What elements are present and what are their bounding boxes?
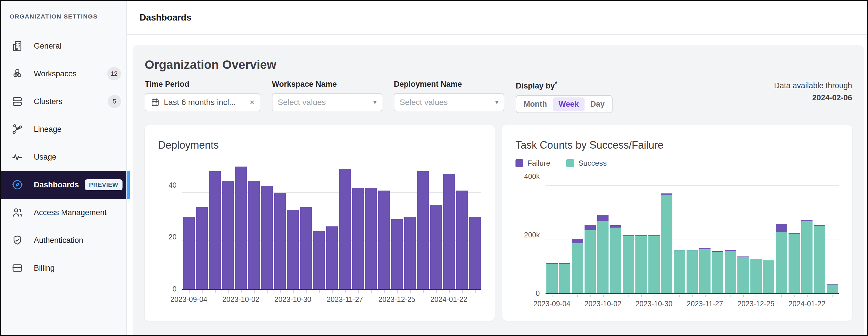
bar-2023-10-30[interactable] (648, 177, 660, 293)
bar-2023-11-13[interactable] (674, 177, 685, 293)
bar-2023-12-18[interactable] (737, 177, 749, 293)
bar-2023-11-20[interactable] (686, 177, 698, 293)
bar-2023-10-02[interactable] (235, 162, 247, 289)
lineage-icon (11, 123, 23, 135)
plot-area (546, 177, 839, 293)
bar-2023-09-25[interactable] (585, 177, 596, 293)
bar-2023-11-27[interactable] (699, 177, 711, 293)
bar-2024-01-08[interactable] (417, 162, 429, 289)
bar-2023-09-04[interactable] (547, 177, 558, 293)
bar-2023-11-20[interactable] (326, 162, 338, 289)
bar-2023-09-11[interactable] (196, 162, 208, 289)
credit-card-icon (11, 262, 23, 274)
y-axis: 02040 (158, 151, 182, 289)
sidebar-item-label: Authentication (34, 236, 83, 245)
bar-segment (597, 215, 609, 221)
bar-2024-01-22[interactable] (443, 162, 455, 289)
bar-segment (674, 250, 685, 293)
time-period-input[interactable]: Last 6 months incl... × (145, 93, 260, 111)
bar-2023-12-25[interactable] (391, 162, 403, 289)
bar-2023-09-18[interactable] (209, 162, 221, 289)
bar-2024-02-05[interactable] (469, 162, 481, 289)
bar-segment (313, 231, 325, 289)
legend-label: Failure (527, 159, 550, 168)
bar-segment (365, 188, 377, 289)
bar-2023-09-25[interactable] (222, 162, 234, 289)
compass-icon (11, 179, 23, 191)
sidebar-item-clusters[interactable]: Clusters5 (1, 88, 126, 115)
bar-2023-10-23[interactable] (274, 162, 286, 289)
workspace-label: Workspace Name (272, 80, 382, 89)
bar-2023-11-06[interactable] (661, 177, 672, 293)
deployment-select[interactable]: Select values ▾ (394, 93, 504, 111)
sidebar-item-lineage[interactable]: Lineage (1, 115, 126, 143)
bar-segment (287, 209, 299, 289)
legend-item-failure[interactable]: Failure (516, 159, 550, 168)
bar-2023-10-30[interactable] (287, 162, 299, 289)
display-by-day-button[interactable]: Day (585, 97, 611, 111)
bar-2024-02-05[interactable] (827, 177, 838, 293)
bar-2023-09-04[interactable] (183, 162, 195, 289)
sidebar-item-access-management[interactable]: Access Management (1, 199, 126, 226)
bar-2023-09-18[interactable] (572, 177, 583, 293)
bar-segment (183, 217, 195, 289)
bar-2024-01-01[interactable] (763, 177, 774, 293)
bar-2023-12-04[interactable] (712, 177, 723, 293)
x-axis: 2023-09-042023-10-022023-10-302023-11-27… (182, 289, 482, 305)
bar-2024-01-22[interactable] (801, 177, 812, 293)
deployment-filter: Deployment Name Select values ▾ (394, 80, 504, 111)
sidebar-item-dashboards[interactable]: DashboardsPREVIEW (1, 171, 126, 199)
bar-2023-10-16[interactable] (623, 177, 634, 293)
bar-2023-12-04[interactable] (352, 162, 364, 289)
x-tick-label: 2023-10-30 (275, 295, 311, 304)
workspace-select[interactable]: Select values ▾ (272, 93, 382, 111)
cubes-icon (11, 68, 23, 80)
bar-2023-12-25[interactable] (750, 177, 762, 293)
bar-2023-12-11[interactable] (365, 162, 377, 289)
bar-2023-10-16[interactable] (261, 162, 273, 289)
workspace-filter: Workspace Name Select values ▾ (272, 80, 382, 111)
preview-badge: PREVIEW (85, 179, 123, 190)
bar-2023-11-06[interactable] (300, 162, 312, 289)
bars-container (182, 162, 482, 289)
x-tick-label: 2023-10-02 (222, 295, 259, 304)
clear-time-period-button[interactable]: × (249, 98, 254, 107)
bar-2023-11-27[interactable] (339, 162, 351, 289)
bar-segment (712, 252, 723, 293)
bar-segment (750, 259, 762, 293)
sidebar-item-label: Clusters (34, 97, 62, 106)
panel-title: Organization Overview (145, 58, 852, 72)
bar-segment (636, 236, 647, 293)
display-by-month-button[interactable]: Month (518, 97, 553, 111)
x-tick-label: 2023-09-04 (170, 295, 208, 304)
bar-2024-01-15[interactable] (788, 177, 800, 293)
sidebar-item-usage[interactable]: Usage (1, 143, 126, 171)
bar-segment (776, 232, 787, 293)
shield-check-icon (11, 234, 23, 246)
bar-segment (801, 221, 812, 293)
bar-2023-12-18[interactable] (378, 162, 390, 289)
bar-2023-12-11[interactable] (725, 177, 736, 293)
workspace-placeholder: Select values (278, 98, 326, 107)
bar-segment (274, 193, 286, 289)
bar-2024-01-29[interactable] (814, 177, 825, 293)
bar-2023-10-02[interactable] (597, 177, 609, 293)
bar-2024-01-29[interactable] (456, 162, 468, 289)
sidebar-item-billing[interactable]: Billing (1, 254, 126, 282)
bar-2023-10-09[interactable] (248, 162, 260, 289)
display-by-week-button[interactable]: Week (553, 97, 585, 111)
legend-item-success[interactable]: Success (566, 159, 607, 168)
bar-2024-01-01[interactable] (404, 162, 416, 289)
bar-2023-10-09[interactable] (610, 177, 621, 293)
bar-2023-09-11[interactable] (559, 177, 570, 293)
bar-2024-01-08[interactable] (776, 177, 787, 293)
time-period-value: Last 6 months incl... (164, 98, 236, 107)
bar-segment (430, 205, 442, 289)
bar-2023-10-23[interactable] (636, 177, 647, 293)
sidebar-item-workspaces[interactable]: Workspaces12 (1, 60, 126, 88)
sidebar-item-general[interactable]: General (1, 32, 126, 60)
bar-2024-01-15[interactable] (430, 162, 442, 289)
bar-2023-11-13[interactable] (313, 162, 325, 289)
bar-segment (725, 251, 736, 293)
sidebar-item-authentication[interactable]: Authentication (1, 226, 126, 254)
